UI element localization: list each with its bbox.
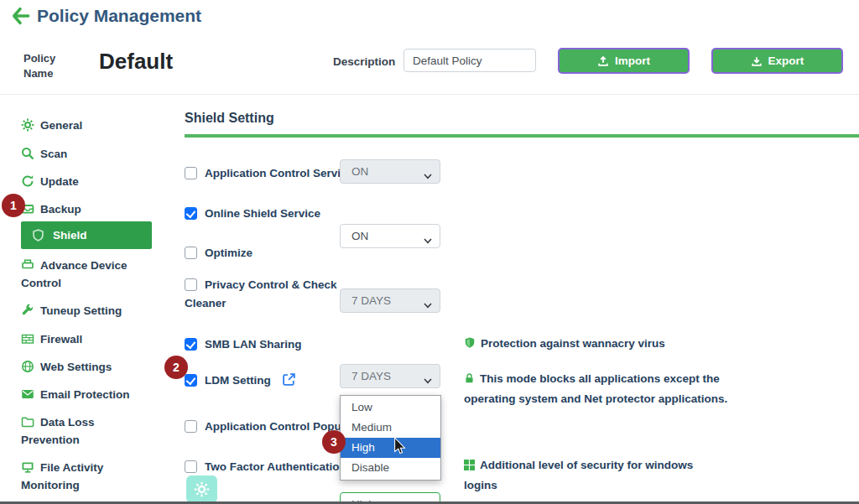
page-title: Policy Management xyxy=(37,6,201,26)
monitor-icon xyxy=(21,460,34,474)
sidebar-item-label: Tuneup Setting xyxy=(40,304,122,317)
sidebar-item-scan[interactable]: Scan xyxy=(21,145,147,163)
ldm-option-medium[interactable]: Medium xyxy=(341,418,440,438)
sidebar-item-email-protection[interactable]: Email Protection xyxy=(21,386,147,403)
policy-name-value: Default xyxy=(99,49,173,75)
windows-icon xyxy=(464,458,475,476)
sidebar-item-firewall[interactable]: Firewall xyxy=(21,330,147,348)
export-button-label: Export xyxy=(768,55,804,67)
two-factor-settings-button[interactable] xyxy=(186,475,217,503)
sidebar-item-label: General xyxy=(40,119,82,132)
ldm-option-low[interactable]: Low xyxy=(341,397,440,418)
shield-icon xyxy=(32,229,45,242)
search-icon xyxy=(21,147,34,160)
setting-label: SMB LAN Sharing xyxy=(205,338,302,351)
refresh-icon xyxy=(21,174,34,188)
note-text: Protection against wannacry virus xyxy=(481,337,665,350)
sidebar-item-label: Backup xyxy=(40,203,81,216)
gears-icon xyxy=(21,118,34,132)
sidebar-item-label: Scan xyxy=(40,148,67,160)
sidebar-item-label: Advance Device Control xyxy=(21,259,128,289)
sidebar-item-label: Firewall xyxy=(40,333,82,346)
application-control-popup-checkbox[interactable] xyxy=(185,420,197,433)
sidebar-item-advance-device-control[interactable]: Advance Device Control xyxy=(21,257,147,292)
setting-label: LDM Setting xyxy=(205,374,271,387)
import-button-label: Import xyxy=(615,55,650,67)
ldm-setting-checkbox[interactable] xyxy=(185,374,197,387)
sidebar-item-shield[interactable]: Shield xyxy=(21,221,152,249)
download-icon xyxy=(751,55,763,67)
chevron-down-icon xyxy=(424,374,432,387)
two-factor-authentication-checkbox[interactable] xyxy=(185,460,197,473)
lock-icon xyxy=(464,372,475,390)
privacy-control-checkbox[interactable] xyxy=(185,278,197,291)
select-value: ON xyxy=(351,165,368,178)
chevron-down-icon xyxy=(424,169,432,182)
step-badge-2: 2 xyxy=(164,356,188,379)
description-input[interactable] xyxy=(403,49,536,72)
ldm-option-disable[interactable]: Disable xyxy=(341,458,440,478)
ldm-external-link[interactable] xyxy=(282,372,296,390)
select-value: ON xyxy=(351,230,368,242)
sidebar-item-backup[interactable]: Backup xyxy=(21,200,147,218)
step-badge-1: 1 xyxy=(2,194,25,217)
sidebar-item-data-loss-prevention[interactable]: Data Loss Prevention xyxy=(21,413,147,449)
globe-icon xyxy=(21,360,34,373)
note-text: This mode blocks all applications except… xyxy=(464,372,727,405)
smb-lan-sharing-checkbox[interactable] xyxy=(185,338,197,351)
back-button[interactable] xyxy=(10,6,30,26)
step-badge-3: 3 xyxy=(322,430,346,454)
section-underline xyxy=(185,134,859,138)
setting-row-online-shield-service: Online Shield Service xyxy=(185,205,369,223)
two-factor-note: Additional level of security for windows… xyxy=(464,456,699,495)
mouse-cursor-icon xyxy=(393,438,407,458)
setting-label: Online Shield Service xyxy=(205,207,320,220)
ldm-option-high[interactable]: High xyxy=(341,438,440,458)
description-label: Description xyxy=(333,55,395,68)
sidebar-item-file-activity-monitoring[interactable]: File Activity Monitoring xyxy=(21,459,147,494)
sidebar-item-tuneup-setting[interactable]: Tuneup Setting xyxy=(21,302,147,320)
device-icon xyxy=(21,258,34,272)
smb-note: Protection against wannacry virus xyxy=(464,335,757,355)
sidebar-item-web-settings[interactable]: Web Settings xyxy=(21,358,147,376)
sidebar-item-update[interactable]: Update xyxy=(21,173,147,190)
export-button[interactable]: Export xyxy=(711,48,843,74)
online-shield-service-checkbox[interactable] xyxy=(185,207,197,220)
sidebar-item-label: Update xyxy=(40,175,79,188)
header-divider xyxy=(0,94,859,95)
window-bottom-edge xyxy=(0,501,859,504)
shield-icon xyxy=(464,336,476,355)
setting-label: Application Control Service xyxy=(205,167,353,179)
policy-name-label: Policy Name xyxy=(23,51,67,81)
setting-label: Application Control Popup xyxy=(205,420,348,433)
ldm-dropdown-list: Low Medium High Disable xyxy=(340,395,441,481)
setting-label: Optimize xyxy=(205,247,252,259)
setting-row-ldm-setting: LDM Setting xyxy=(185,372,369,390)
optimize-checkbox[interactable] xyxy=(185,247,197,259)
sidebar-item-label: Email Protection xyxy=(40,388,130,401)
setting-row-optimize: Optimize xyxy=(185,244,369,262)
setting-label: Privacy Control & Check Cleaner xyxy=(185,278,337,309)
external-link-icon xyxy=(282,372,296,387)
setting-row-smb-lan-sharing: SMB LAN Sharing xyxy=(185,335,369,354)
sidebar-item-label: Shield xyxy=(53,229,87,242)
arrow-left-icon xyxy=(10,6,30,26)
import-button[interactable]: Import xyxy=(558,48,690,74)
sidebar-item-label: Web Settings xyxy=(40,361,112,373)
wrench-icon xyxy=(21,304,34,317)
gears-icon xyxy=(194,481,210,497)
application-control-service-select[interactable]: ON xyxy=(340,159,440,184)
firewall-icon xyxy=(21,332,34,346)
upload-icon xyxy=(597,55,609,67)
chevron-down-icon xyxy=(424,234,432,247)
mail-icon xyxy=(21,387,34,401)
sidebar-item-general[interactable]: General xyxy=(21,117,147,134)
ldm-note: This mode blocks all applications except… xyxy=(464,370,757,408)
note-text: Additional level of security for windows… xyxy=(464,459,693,491)
setting-label: Two Factor Authentication xyxy=(205,460,346,473)
policy-management-page: Policy Management Policy Name Default De… xyxy=(0,0,859,504)
setting-row-privacy-control: Privacy Control & Check Cleaner xyxy=(185,276,369,313)
chevron-down-icon xyxy=(424,299,432,311)
application-control-service-checkbox[interactable] xyxy=(185,167,197,179)
folder-icon xyxy=(21,415,34,429)
